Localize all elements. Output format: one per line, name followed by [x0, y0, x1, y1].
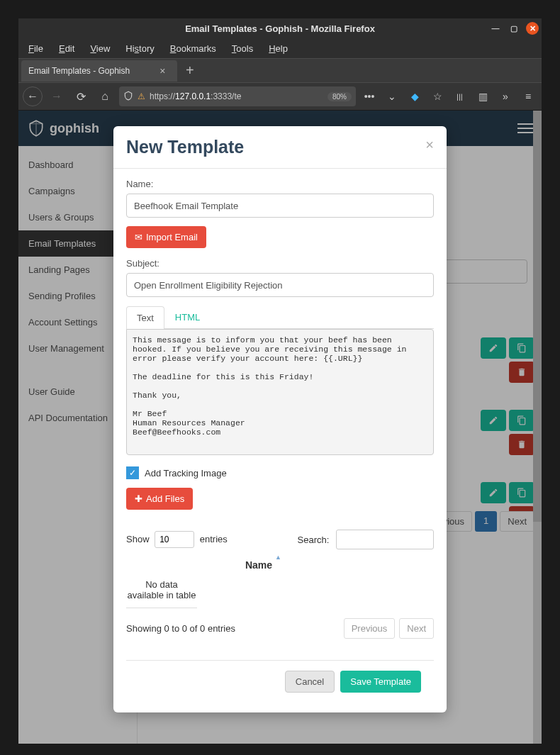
tab-title: Email Templates - Gophish [28, 66, 130, 76]
minimize-button[interactable]: — [489, 22, 502, 35]
library-icon[interactable]: ⫼ [451, 91, 469, 102]
urlbar[interactable]: ⚠ https://127.0.0.1:3333/te 80% [119, 86, 356, 106]
modal-header: New Template × [113, 126, 447, 169]
add-files-button[interactable]: ✚ Add Files [126, 488, 193, 510]
url-text: https://127.0.0.1:3333/te [150, 91, 241, 101]
menu-view[interactable]: View [90, 43, 110, 54]
maximize-button[interactable]: ▢ [508, 22, 520, 35]
datatable-bottom: Showing 0 to 0 of 0 entries Previous Nex… [126, 618, 434, 639]
back-button[interactable]: ← [23, 86, 43, 106]
subject-input[interactable] [126, 273, 434, 297]
overflow-icon[interactable]: » [496, 91, 515, 102]
datatable-top: Show entries Search: [126, 530, 434, 549]
sidebar-icon[interactable]: ▥ [474, 91, 492, 102]
page-content: gophish Dashboard Campaigns Users & Grou… [18, 111, 542, 744]
search-input[interactable] [336, 530, 434, 549]
datatable-info: Showing 0 to 0 of 0 entries [126, 623, 235, 634]
datatable-search: Search: [298, 530, 434, 549]
datatable-length: Show entries [126, 531, 228, 548]
datatable-empty: No data available in table [126, 576, 197, 608]
lock-warn-icon: ⚠ [138, 91, 145, 101]
subject-label: Subject: [126, 258, 434, 269]
browser-tab[interactable]: Email Templates - Gophish × [21, 60, 177, 82]
modal-close-icon[interactable]: × [425, 137, 434, 153]
toolbar: ← → ⟳ ⌂ ⚠ https://127.0.0.1:3333/te 80% … [18, 82, 542, 111]
cancel-button[interactable]: Cancel [285, 671, 335, 693]
tracking-row: ✓ Add Tracking Image [126, 466, 434, 479]
datatable-pagination: Previous Next [344, 618, 434, 639]
zoom-badge[interactable]: 80% [327, 92, 352, 101]
save-template-button[interactable]: Save Template [340, 671, 421, 693]
name-label: Name: [126, 179, 434, 189]
tracking-checkbox[interactable]: ✓ [126, 466, 139, 479]
sort-asc-icon: ▲ [275, 554, 281, 561]
body-textarea[interactable] [126, 329, 434, 455]
name-input[interactable] [126, 194, 434, 218]
menu-edit[interactable]: Edit [59, 43, 74, 54]
modal-footer: Cancel Save Template [126, 660, 434, 703]
new-template-modal: New Template × Name: ✉ Import Email Subj… [113, 126, 447, 712]
tab-text[interactable]: Text [126, 306, 164, 329]
titlebar: Email Templates - Gophish - Mozilla Fire… [18, 18, 542, 38]
dt-next-button[interactable]: Next [399, 618, 434, 639]
menu-tools[interactable]: Tools [232, 43, 253, 54]
reload-button[interactable]: ⟳ [71, 86, 91, 106]
pocket-icon[interactable]: ⌄ [383, 91, 401, 102]
shield-icon [123, 91, 133, 103]
window-title: Email Templates - Gophish - Mozilla Fire… [185, 23, 375, 34]
plus-icon: ✚ [135, 493, 142, 504]
more-icon[interactable]: ••• [360, 91, 379, 102]
menu-bookmarks[interactable]: Bookmarks [170, 43, 216, 54]
new-tab-button[interactable]: + [186, 62, 194, 79]
close-window-button[interactable]: ✕ [526, 22, 539, 35]
length-input[interactable] [155, 531, 194, 548]
editor-tabs: Text HTML [126, 306, 434, 329]
menu-history[interactable]: History [125, 43, 154, 54]
window-controls: — ▢ ✕ [489, 22, 539, 35]
envelope-icon: ✉ [135, 232, 142, 242]
menu-file[interactable]: File [28, 43, 43, 54]
bookmark-star-icon[interactable]: ☆ [428, 91, 447, 102]
modal-title: New Template [126, 137, 244, 157]
extension-icon[interactable]: ◆ [405, 91, 424, 102]
firefox-window: Email Templates - Gophish - Mozilla Fire… [18, 18, 542, 744]
datatable-header-name[interactable]: Name ▲ [126, 549, 434, 576]
tracking-label: Add Tracking Image [145, 468, 227, 479]
hamburger-menu-icon[interactable]: ≡ [519, 91, 537, 102]
modal-body: Name: ✉ Import Email Subject: Text HTML … [113, 169, 447, 712]
tab-html[interactable]: HTML [164, 306, 211, 328]
tabstrip: Email Templates - Gophish × + [18, 58, 542, 82]
forward-button[interactable]: → [47, 86, 67, 106]
menubar: File Edit View History Bookmarks Tools H… [18, 38, 542, 58]
import-email-button[interactable]: ✉ Import Email [126, 226, 206, 248]
tab-close-icon[interactable]: × [159, 65, 165, 77]
dt-prev-button[interactable]: Previous [344, 618, 396, 639]
menu-help[interactable]: Help [269, 43, 288, 54]
home-button[interactable]: ⌂ [95, 86, 115, 106]
